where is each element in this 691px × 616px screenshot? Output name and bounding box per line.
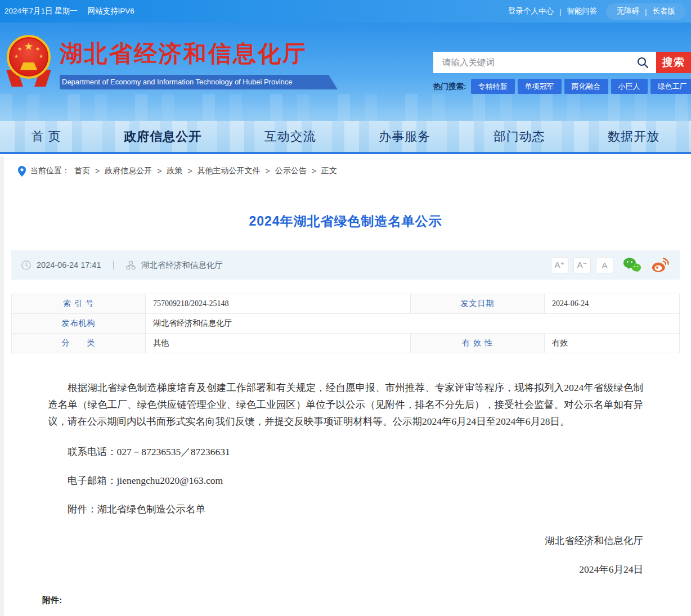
- article-meta-right: A⁺ A⁻ A: [551, 257, 670, 273]
- brand-text: 湖北省经济和信息化厅 Department of Economy and Inf…: [60, 30, 338, 97]
- hot-search-tag-4[interactable]: 小巨人: [611, 79, 648, 94]
- index-number-value: 757009218/2024-25148: [146, 294, 411, 314]
- search-box: 搜索: [433, 52, 691, 73]
- publish-time: 2024-06-24 17:41: [37, 260, 101, 269]
- accessibility-pill: 无障碍 | 长者版: [606, 3, 685, 20]
- article-source: 湖北省经济和信息化厅: [141, 260, 223, 271]
- nav-item-dept-news[interactable]: 部门动态: [493, 128, 545, 145]
- signature-date: 2024年6月24日: [48, 563, 643, 576]
- search-area: 搜索 热门搜索: 专精特新 单项冠军 两化融合 小巨人 绿色工厂: [433, 52, 691, 94]
- font-decrease-button[interactable]: A⁻: [573, 257, 591, 273]
- topbar-right: 登录个人中心 | 智能问答 无障碍 | 长者版: [508, 3, 685, 20]
- contact-phone-line: 联系电话：027－87236535／87236631: [48, 445, 643, 458]
- meta-divider: |: [113, 260, 115, 270]
- clock-icon: [21, 260, 31, 270]
- attachment-reference-line: 附件：湖北省绿色制造公示名单: [48, 502, 643, 516]
- breadcrumb-home[interactable]: 首页: [74, 166, 90, 176]
- issue-date-label: 发文日期: [411, 294, 545, 314]
- page-title: 2024年湖北省绿色制造名单公示: [0, 213, 691, 230]
- pill-divider: |: [645, 7, 647, 16]
- breadcrumb-separator: >: [157, 167, 161, 176]
- map-pin-icon: [18, 166, 26, 177]
- nav-item-services[interactable]: 办事服务: [379, 128, 430, 145]
- sitemap-icon: [126, 260, 136, 270]
- publisher-value: 湖北省经济和信息化厅: [146, 314, 680, 334]
- category-value: 其他: [146, 334, 411, 353]
- breadcrumb: 当前位置： 首页 > 政府信息公开 > 政策 > 其他主动公开文件 > 公示公告…: [0, 154, 691, 188]
- hot-search-label: 热门搜索:: [433, 82, 466, 92]
- table-row: 发布机构 湖北省经济和信息化厅: [12, 314, 680, 334]
- validity-value: 有效: [545, 334, 680, 353]
- font-increase-button[interactable]: A⁺: [551, 257, 568, 273]
- breadcrumb-announcements[interactable]: 公示公告: [275, 166, 307, 176]
- table-row: 索 引 号 757009218/2024-25148 发文日期 2024-06-…: [12, 294, 680, 314]
- font-reset-button[interactable]: A: [596, 257, 613, 273]
- signature-organization: 湖北省经济和信息化厅: [48, 534, 643, 547]
- topbar-divider: |: [559, 7, 562, 16]
- search-button[interactable]: 搜索: [656, 52, 691, 73]
- category-label: 分 类: [12, 334, 146, 353]
- elder-version-link[interactable]: 长者版: [653, 6, 676, 16]
- hot-search-tag-3[interactable]: 两化融合: [564, 79, 608, 94]
- breadcrumb-gov-info[interactable]: 政府信息公开: [105, 166, 152, 176]
- topbar-left: 2024年7月1日 星期一 网站支持IPV6: [5, 6, 142, 16]
- publisher-label: 发布机构: [12, 314, 146, 334]
- table-row: 分 类 其他 有 效 性 有效: [12, 334, 680, 353]
- validity-label: 有 效 性: [411, 334, 545, 353]
- national-emblem-logo: ★ ★★ ★★: [5, 30, 53, 97]
- issue-date-value: 2024-06-24: [545, 294, 680, 314]
- left-gutter: [0, 156, 4, 616]
- search-icon[interactable]: [636, 56, 649, 69]
- site-title: 湖北省经济和信息化厅: [60, 38, 338, 69]
- article-body: 根据湖北省绿色制造梯度培育及创建工作部署和有关规定，经自愿申报、市州推荐、专家评…: [48, 379, 643, 576]
- breadcrumb-separator: >: [312, 167, 316, 176]
- article-meta-left: 2024-06-24 17:41 | 湖北省经济和信息化厅: [21, 260, 223, 271]
- index-number-label: 索 引 号: [12, 294, 146, 314]
- hot-search-tag-1[interactable]: 专精特新: [471, 79, 515, 94]
- contact-email-line: 电子邮箱：jienengchu2020@163.com: [48, 474, 643, 487]
- topbar: 2024年7月1日 星期一 网站支持IPV6 登录个人中心 | 智能问答 无障碍…: [0, 0, 691, 23]
- document-meta-table: 索 引 号 757009218/2024-25148 发文日期 2024-06-…: [11, 294, 680, 353]
- article-paragraph: 根据湖北省绿色制造梯度培育及创建工作部署和有关规定，经自愿申报、市州推荐、专家评…: [48, 379, 643, 430]
- login-personal-center-link[interactable]: 登录个人中心: [508, 6, 554, 16]
- site-brand[interactable]: ★ ★★ ★★ 湖北省经济和信息化厅 Department of Economy…: [5, 30, 338, 97]
- site-header: ★ ★★ ★★ 湖北省经济和信息化厅 Department of Economy…: [0, 23, 691, 121]
- attachments-heading: 附件:: [42, 595, 649, 606]
- attachments-section: 附件: 附件：湖北省绿色制造公示名单.doc: [42, 595, 649, 616]
- hot-search-row: 热门搜索: 专精特新 单项冠军 两化融合 小巨人 绿色工厂: [433, 79, 691, 94]
- main-nav: 首 页 政府信息公开 互动交流 办事服务 部门动态 数据开放: [0, 121, 691, 154]
- breadcrumb-separator: >: [95, 167, 100, 176]
- breadcrumb-separator: >: [187, 167, 192, 176]
- site-subtitle-banner: Department of Economy and Information Te…: [60, 75, 338, 89]
- accessibility-link[interactable]: 无障碍: [616, 6, 639, 16]
- hot-search-tag-2[interactable]: 单项冠军: [518, 79, 562, 94]
- breadcrumb-other-docs[interactable]: 其他主动公开文件: [198, 166, 261, 176]
- breadcrumb-current: 正文: [321, 166, 337, 176]
- breadcrumb-policy[interactable]: 政策: [167, 166, 182, 176]
- wechat-share-icon[interactable]: [623, 257, 641, 273]
- smart-qa-link[interactable]: 智能问答: [567, 6, 597, 16]
- nav-item-gov-info[interactable]: 政府信息公开: [124, 128, 201, 145]
- breadcrumb-separator: >: [266, 167, 270, 176]
- ipv6-label: 网站支持IPV6: [88, 7, 134, 15]
- hot-search-tag-5[interactable]: 绿色工厂: [650, 79, 691, 94]
- weibo-share-icon[interactable]: [651, 257, 670, 273]
- nav-item-interaction[interactable]: 互动交流: [264, 128, 316, 145]
- search-input[interactable]: [433, 52, 656, 73]
- nav-item-home[interactable]: 首 页: [32, 128, 61, 145]
- nav-item-open-data[interactable]: 数据开放: [608, 128, 659, 145]
- current-date: 2024年7月1日 星期一: [5, 7, 78, 15]
- article-meta-bar: 2024-06-24 17:41 | 湖北省经济和信息化厅 A⁺ A⁻ A: [11, 250, 680, 280]
- breadcrumb-label: 当前位置：: [30, 166, 70, 176]
